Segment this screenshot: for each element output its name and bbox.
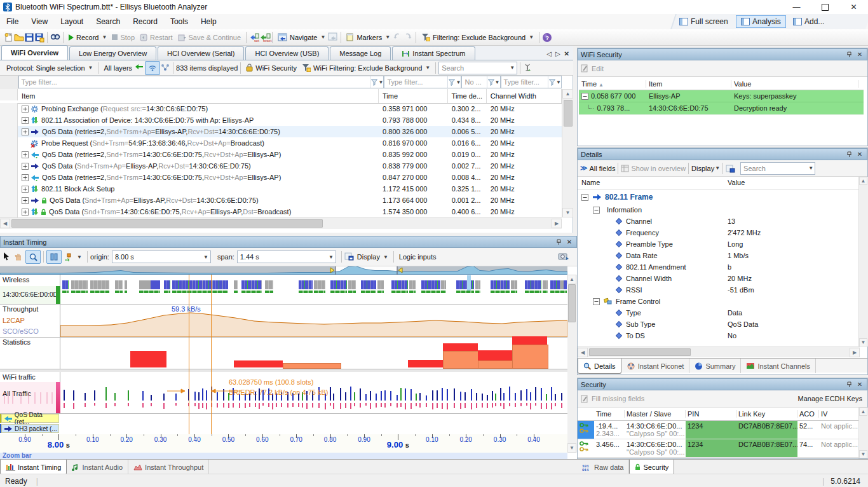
table-row[interactable]: 802.11 Association of Device: 14:30:C6:6…	[0, 114, 562, 126]
navigate-button[interactable]: Navigate▼	[275, 32, 328, 43]
minimize-button[interactable]: —	[782, 0, 811, 14]
antenna-icon[interactable]	[523, 63, 533, 73]
stop-button[interactable]: Stop	[109, 32, 137, 43]
wifi-layer-toggle[interactable]	[145, 61, 160, 75]
table-row[interactable]: QoS Data (Snd+Trsm=14:30:C6:6E:D0:75, Rc…	[0, 206, 562, 217]
filter-funnel-icon[interactable]: ▼	[370, 76, 383, 88]
tab-instant-spectrum[interactable]: Instant Spectrum	[392, 46, 475, 60]
layout-button-add[interactable]: Add...	[789, 15, 830, 28]
security-column-header[interactable]: PIN	[686, 410, 736, 418]
bottom-tab-instant-throughput[interactable]: Instant Throughput	[128, 460, 209, 474]
manage-ecdh-keys-button[interactable]: Manage ECDH Keys	[798, 395, 868, 402]
save-all-icon[interactable]	[34, 32, 44, 43]
packet-burst[interactable]	[409, 280, 416, 289]
menu-layout[interactable]: Layout	[54, 15, 90, 29]
close-panel-icon[interactable]: ✕	[855, 381, 864, 388]
zoom-tool-icon[interactable]	[25, 250, 41, 264]
close-button[interactable]: ✕	[839, 0, 868, 14]
packet-burst[interactable]	[234, 280, 238, 289]
pin-icon[interactable]	[846, 51, 855, 58]
tab-scroll-left-icon[interactable]: ◁	[546, 50, 552, 57]
prev-marker-icon[interactable]	[393, 32, 403, 43]
save-fields-icon[interactable]	[726, 164, 735, 173]
tab-hci-overview-serial-[interactable]: HCI Overview (Serial)	[158, 46, 244, 60]
column-header-item[interactable]: Item	[18, 89, 379, 103]
bottom-tab-instant-audio[interactable]: Instant Audio	[67, 460, 128, 474]
instant-timing-header[interactable]: Instant Timing ✕	[0, 236, 577, 248]
tab-low-energy-overview[interactable]: Low Energy Overview	[69, 46, 156, 60]
close-panel-icon[interactable]: ✕	[855, 151, 864, 158]
column-header-channel-width[interactable]: Channel Width	[487, 89, 562, 103]
set-markers-icon[interactable]: set	[249, 32, 259, 43]
details-tab-instant-piconet[interactable]: Instant Piconet	[621, 359, 690, 373]
columns-toggle-icon[interactable]	[46, 250, 62, 264]
wifisec-column-header[interactable]: Item	[646, 80, 731, 88]
filter-funnel-icon[interactable]: ▼	[548, 76, 561, 88]
tab-close-icon[interactable]: ✕	[564, 50, 569, 57]
tab-hci-overview-usb-[interactable]: HCI Overview (USB)	[245, 46, 329, 60]
details-vscrollbar[interactable]: ▲ ▼	[858, 177, 868, 346]
new-file-icon[interactable]	[4, 32, 14, 43]
packet-burst[interactable]	[525, 280, 541, 289]
menu-view[interactable]: View	[25, 15, 54, 29]
tree-row[interactable]: TypeData	[578, 307, 860, 319]
packet-burst[interactable]	[172, 280, 228, 289]
packet-burst[interactable]	[125, 280, 127, 289]
export-icon[interactable]	[328, 32, 338, 43]
zoom-overview-bar[interactable]	[0, 266, 567, 275]
packet-burst[interactable]	[377, 280, 384, 289]
display-button[interactable]: Display▼	[355, 252, 391, 262]
table-row[interactable]: QoS Data (retries=2, Snd+Trsm+Ap=Ellisys…	[0, 126, 562, 137]
wifisec-column-header[interactable]: Value	[731, 80, 858, 88]
wifisec-row[interactable]: └··0.793 78...14:30:C6:6E:D0:75Decryptio…	[579, 102, 864, 114]
selected-packet[interactable]	[467, 275, 471, 291]
tree-row[interactable]: Frequency2'472 MHz	[578, 227, 860, 238]
bottom-tab-raw-data[interactable]: 101011Raw data	[577, 460, 629, 474]
menu-tools[interactable]: Tools	[164, 15, 194, 29]
layout-button-fullscreen[interactable]: Full screen	[674, 15, 733, 28]
packet-burst[interactable]	[543, 280, 548, 289]
tree-row[interactable]: To DSNo	[578, 330, 860, 341]
grid-hscrollbar[interactable]: ◀ ▶	[0, 217, 562, 229]
tab-scroll-right-icon[interactable]: ▷	[555, 50, 560, 57]
packet-burst[interactable]	[115, 280, 123, 289]
security-column-header[interactable]: ACO	[797, 410, 819, 418]
time-marker[interactable]	[189, 275, 189, 434]
timing-vscrollbar[interactable]: ▲▼	[567, 275, 577, 453]
column-header-time[interactable]: Time	[379, 89, 448, 103]
snapshot-icon[interactable]	[558, 252, 568, 262]
details-tab-summary[interactable]: Summary	[689, 359, 741, 373]
tree-row[interactable]: Sub TypeQoS Data	[578, 319, 860, 330]
security-row[interactable]: -19.4...2.343...14:30:C6:6E:D0..."Calyps…	[578, 421, 860, 439]
packet-burst[interactable]	[421, 280, 440, 289]
column-filter[interactable]: No ...▼	[461, 76, 500, 88]
menu-help[interactable]: Help	[194, 15, 223, 29]
menu-search[interactable]: Search	[90, 15, 126, 29]
pointer-tool-icon[interactable]	[3, 252, 13, 262]
find-icon[interactable]	[50, 32, 60, 43]
packet-burst[interactable]	[560, 280, 567, 289]
packet-burst[interactable]	[71, 280, 88, 289]
column-header-time-de-[interactable]: Time de...	[448, 89, 487, 103]
marker-tool-button[interactable]: ▼	[62, 252, 85, 263]
logic-inputs-button[interactable]: Logic inputs	[397, 252, 439, 262]
details-hscrollbar[interactable]: ◀ ▶	[578, 346, 860, 357]
table-row[interactable]: QoS Data (Snd+Trsm+Ap=Ellisys-AP, Rcv+Ds…	[0, 195, 562, 206]
packet-burst[interactable]	[391, 280, 408, 289]
display-settings-icon[interactable]	[344, 252, 355, 262]
tree-row[interactable]: Information	[578, 204, 860, 216]
packet-burst[interactable]	[265, 280, 273, 289]
search-input[interactable]: Search▼	[438, 62, 517, 74]
pin-icon[interactable]	[846, 151, 855, 158]
packet-burst[interactable]	[456, 280, 474, 289]
tree-row[interactable]: 802.11 Frame	[578, 190, 860, 204]
wifi-filtering-button[interactable]: WiFi Filtering: Exclude Background▼	[299, 62, 433, 73]
packet-burst[interactable]	[330, 280, 347, 289]
wifisec-column-header[interactable]: Time ▲	[579, 80, 646, 88]
column-filter[interactable]: Type filter...▼	[384, 76, 461, 88]
tab-message-log[interactable]: Message Log	[330, 46, 391, 60]
tree-row[interactable]: Channel13	[578, 216, 860, 227]
bottom-tab-instant-timing[interactable]: Instant Timing	[0, 460, 67, 475]
packet-burst[interactable]	[241, 280, 262, 289]
security-vscrollbar[interactable]: ▲ ▼	[858, 408, 868, 458]
